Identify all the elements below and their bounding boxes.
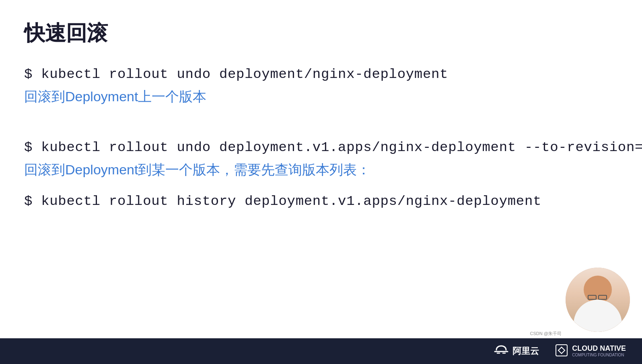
watermark: CSDN @朱千司	[530, 331, 562, 337]
svg-rect-0	[556, 345, 567, 356]
slide-container: 快速回滚 $ kubectl rollout undo deployment/n…	[0, 0, 642, 364]
avatar-body	[574, 300, 622, 332]
brand-aliyun: 阿里云	[493, 344, 539, 358]
cncf-line1: CLOUD NATIVE	[572, 345, 626, 353]
spacer-1	[24, 121, 618, 140]
description-line-1: 回滚到Deployment上一个版本	[24, 88, 618, 106]
cncf-icon	[555, 344, 568, 358]
glass-right	[598, 295, 607, 300]
description-line-2: 回滚到Deployment到某一个版本，需要先查询版本列表：	[24, 161, 618, 179]
aliyun-icon	[493, 344, 509, 358]
slide-title: 快速回滚	[24, 19, 618, 47]
code-line-3: $ kubectl rollout history deployment.v1.…	[24, 194, 618, 209]
code-line-2: $ kubectl rollout undo deployment.v1.app…	[24, 140, 618, 155]
bottom-bar: 阿里云 CLOUD NATIVE COMPUTING FOUNDATION	[0, 338, 642, 364]
brand-cncf: CLOUD NATIVE COMPUTING FOUNDATION	[555, 344, 626, 358]
content-block-3: $ kubectl rollout history deployment.v1.…	[24, 194, 618, 209]
cncf-line2: COMPUTING FOUNDATION	[572, 353, 626, 358]
glass-left	[588, 295, 597, 300]
content-block-1: $ kubectl rollout undo deployment/nginx-…	[24, 67, 618, 106]
avatar	[566, 268, 630, 332]
code-line-1: $ kubectl rollout undo deployment/nginx-…	[24, 67, 618, 82]
avatar-glasses	[588, 295, 608, 300]
cncf-text-block: CLOUD NATIVE COMPUTING FOUNDATION	[572, 345, 626, 358]
aliyun-label: 阿里云	[512, 345, 539, 357]
avatar-person	[566, 268, 630, 332]
content-block-2: $ kubectl rollout undo deployment.v1.app…	[24, 140, 618, 179]
